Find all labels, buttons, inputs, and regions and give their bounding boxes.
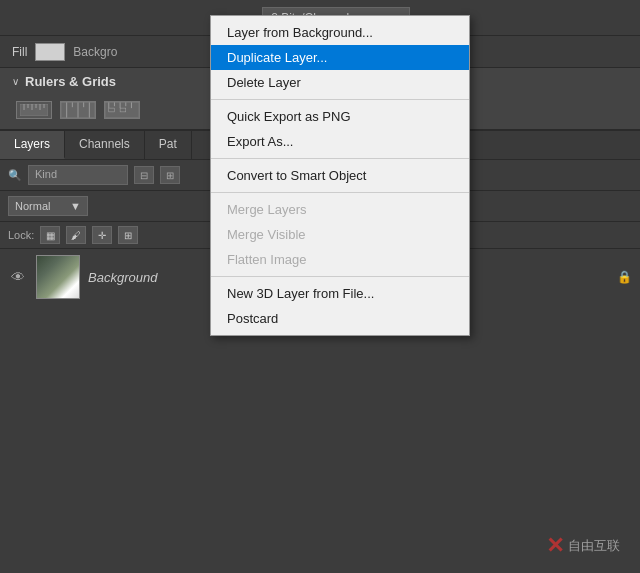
blend-mode-dropdown[interactable]: Normal ▼: [8, 196, 88, 216]
menu-item-layer-from-bg[interactable]: Layer from Background...: [211, 20, 469, 45]
menu-separator: [211, 158, 469, 159]
lock-checkerboard-icon[interactable]: ▦: [40, 226, 60, 244]
ruler-icon-1[interactable]: [16, 101, 52, 119]
menu-item-new-3d-layer[interactable]: New 3D Layer from File...: [211, 281, 469, 306]
fill-text: Backgro: [73, 45, 117, 59]
watermark: ✕ 自由互联: [546, 533, 620, 559]
search-icon: 🔍: [8, 169, 22, 182]
menu-item-quick-export-png[interactable]: Quick Export as PNG: [211, 104, 469, 129]
filter-icon-2[interactable]: ⊞: [160, 166, 180, 184]
menu-item-convert-smart[interactable]: Convert to Smart Object: [211, 163, 469, 188]
lock-move-icon[interactable]: ✛: [92, 226, 112, 244]
menu-item-duplicate-layer[interactable]: Duplicate Layer...: [211, 45, 469, 70]
fill-label: Fill: [12, 45, 27, 59]
watermark-text: 自由互联: [568, 537, 620, 555]
watermark-x-icon: ✕: [546, 533, 564, 559]
filter-icon-1[interactable]: ⊟: [134, 166, 154, 184]
layer-name: Background: [88, 270, 157, 285]
svg-rect-16: [105, 102, 139, 117]
menu-item-export-as[interactable]: Export As...: [211, 129, 469, 154]
menu-separator: [211, 192, 469, 193]
layer-thumb-image: [37, 256, 79, 298]
search-kind-input[interactable]: Kind: [28, 165, 128, 185]
menu-item-postcard[interactable]: Postcard: [211, 306, 469, 331]
menu-item-delete-layer[interactable]: Delete Layer: [211, 70, 469, 95]
rulers-expand-arrow: ∨: [12, 76, 19, 87]
menu-item-merge-visible: Merge Visible: [211, 222, 469, 247]
menu-item-merge-layers: Merge Layers: [211, 197, 469, 222]
tab-channels[interactable]: Channels: [65, 131, 145, 159]
menu-separator: [211, 276, 469, 277]
tab-paths[interactable]: Pat: [145, 131, 192, 159]
layer-thumbnail: [36, 255, 80, 299]
blend-dropdown-arrow: ▼: [70, 200, 81, 212]
kind-label: Kind: [35, 168, 57, 180]
fill-color-box[interactable]: [35, 43, 65, 61]
layer-visibility-icon[interactable]: 👁: [8, 267, 28, 287]
lock-paint-icon[interactable]: 🖌: [66, 226, 86, 244]
ruler-icon-2[interactable]: [60, 101, 96, 119]
lock-all-icon[interactable]: ⊞: [118, 226, 138, 244]
rulers-title: Rulers & Grids: [25, 74, 116, 89]
tab-layers[interactable]: Layers: [0, 131, 65, 159]
blend-mode-label: Normal: [15, 200, 50, 212]
context-menu: Layer from Background...Duplicate Layer.…: [210, 15, 470, 336]
ruler-icon-3[interactable]: [104, 101, 140, 119]
menu-separator: [211, 99, 469, 100]
lock-label: Lock:: [8, 229, 34, 241]
layer-lock-icon: 🔒: [617, 270, 632, 284]
menu-item-flatten-image: Flatten Image: [211, 247, 469, 272]
